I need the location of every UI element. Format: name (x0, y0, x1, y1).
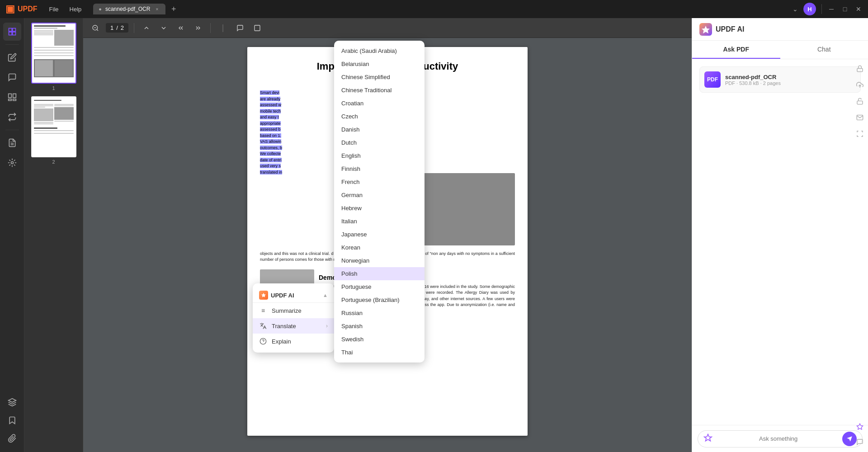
sidebar-item-ocr[interactable] (3, 134, 21, 152)
lang-finnish[interactable]: Finnish (334, 162, 425, 175)
sidebar-divider-1 (5, 44, 19, 45)
lang-czech[interactable]: Czech (334, 110, 425, 123)
toolbar-divider-1 (134, 23, 134, 33)
ai-input-wrapper (698, 430, 863, 447)
lang-dutch[interactable]: Dutch (334, 136, 425, 149)
tab-icon: ● (99, 6, 102, 12)
page-current: 1 (110, 24, 113, 31)
ai-panel: UPDF AI Ask PDF Chat PDF scanned-pdf_OCR… (692, 18, 868, 452)
nav-down-button[interactable] (157, 21, 170, 35)
lang-danish[interactable]: Danish (334, 123, 425, 136)
sidebar-item-comment[interactable] (3, 68, 21, 86)
ai-panel-tabs: Ask PDF Chat (692, 41, 868, 59)
nav-first-button[interactable] (174, 21, 188, 35)
sidebar-item-layers[interactable] (3, 393, 21, 411)
svg-rect-21 (857, 68, 863, 71)
ai-scan-icon[interactable] (854, 127, 866, 140)
sidebar-item-edit[interactable] (3, 48, 21, 66)
lang-norwegian[interactable]: Norwegian (334, 254, 425, 267)
sidebar-bottom (3, 393, 21, 447)
svg-rect-6 (8, 99, 11, 100)
svg-marker-16 (261, 293, 266, 297)
tab-close-button[interactable]: × (154, 6, 160, 12)
context-menu-logo-icon (259, 291, 268, 300)
tab-ask-pdf[interactable]: Ask PDF (692, 41, 780, 59)
summarize-icon: ≡ (259, 306, 267, 315)
lang-arabic[interactable]: Arabic (Saudi Arabia) (334, 44, 425, 57)
sidebar-item-home[interactable] (3, 23, 21, 41)
maximize-button[interactable]: □ (841, 5, 849, 13)
ai-lock-icon[interactable] (854, 62, 866, 75)
thumbnail-1-number: 1 (52, 85, 55, 91)
menu-help[interactable]: Help (65, 4, 86, 14)
thumbnail-2[interactable]: 2 (31, 96, 76, 165)
lang-english[interactable]: English (334, 149, 425, 162)
context-menu-collapse-icon[interactable]: ▲ (323, 292, 328, 298)
lang-spanish[interactable]: Spanish (334, 320, 425, 333)
lang-polish[interactable]: Polish (334, 267, 425, 280)
explain-icon (259, 337, 267, 345)
nav-last-button[interactable] (191, 21, 205, 35)
lang-italian[interactable]: Italian (334, 215, 425, 228)
ai-upload-icon[interactable] (854, 79, 866, 91)
titlebar-menu: File Help (45, 4, 86, 14)
context-menu-item-translate[interactable]: Translate › (253, 318, 334, 334)
sidebar-item-bookmark[interactable] (3, 411, 21, 429)
nav-up-button[interactable] (140, 21, 153, 35)
lang-hebrew[interactable]: Hebrew (334, 202, 425, 215)
main-layout: 1 (0, 18, 868, 452)
zoom-out-button[interactable] (89, 21, 102, 35)
menu-file[interactable]: File (45, 4, 63, 14)
lang-thai[interactable]: Thai (334, 346, 425, 359)
lang-chinese-traditional[interactable]: Chinese Traditional (334, 84, 425, 97)
context-menu-item-summarize[interactable]: ≡ Summarize (253, 303, 334, 318)
svg-marker-11 (8, 399, 16, 402)
lang-portuguese-brazilian[interactable]: Portuguese (Brazilian) (334, 293, 425, 306)
lang-chinese-simplified[interactable]: Chinese Simplified (334, 71, 425, 84)
tab-add-button[interactable]: + (167, 3, 180, 15)
svg-rect-1 (12, 28, 15, 32)
sidebar-item-attach[interactable] (3, 429, 21, 447)
lang-swedish[interactable]: Swedish (334, 333, 425, 346)
lang-german[interactable]: German (334, 188, 425, 202)
lang-japanese[interactable]: Japanese (334, 228, 425, 241)
tab-main[interactable]: ● scanned-pdf_OCR × (93, 4, 165, 14)
svg-marker-26 (857, 424, 863, 429)
tab-chat[interactable]: Chat (780, 41, 868, 59)
sidebar-item-convert[interactable] (3, 108, 21, 126)
svg-line-13 (97, 29, 98, 31)
ai-sparkle-icon[interactable] (854, 420, 866, 433)
lang-french[interactable]: French (334, 175, 425, 188)
dropdown-icon[interactable]: ⌄ (793, 5, 798, 13)
close-button[interactable]: ✕ (854, 5, 863, 13)
sidebar-divider-2 (5, 130, 19, 130)
select-button[interactable] (250, 21, 264, 35)
lang-korean[interactable]: Korean (334, 241, 425, 254)
svg-point-10 (11, 162, 13, 164)
explain-label: Explain (272, 338, 291, 345)
comment-button[interactable] (233, 21, 247, 35)
translate-label: Translate (272, 323, 296, 330)
svg-rect-2 (9, 32, 12, 35)
lang-belarusian[interactable]: Belarusian (334, 57, 425, 71)
minimize-button[interactable]: ─ (827, 5, 835, 13)
lang-russian[interactable]: Russian (334, 306, 425, 320)
tab-area: ● scanned-pdf_OCR × + (93, 3, 789, 15)
ai-panel-header: UPDF AI (692, 18, 868, 41)
sidebar-item-ai[interactable] (3, 154, 21, 172)
thumbnail-1[interactable]: 1 (31, 23, 76, 91)
ai-chat-icon[interactable] (854, 436, 866, 448)
ai-mail-icon[interactable] (854, 111, 866, 124)
ai-lock2-icon[interactable] (854, 95, 866, 108)
context-menu-item-explain[interactable]: Explain (253, 334, 334, 349)
titlebar: ▣ UPDF File Help ● scanned-pdf_OCR × + ⌄… (0, 0, 868, 18)
sidebar-item-organize[interactable] (3, 88, 21, 106)
ai-bottom-right-icons (852, 417, 868, 452)
page-total: 2 (121, 24, 124, 31)
lang-portuguese[interactable]: Portuguese (334, 280, 425, 293)
svg-rect-5 (13, 94, 16, 98)
ai-chat-input[interactable] (752, 432, 842, 446)
lang-croatian[interactable]: Croatian (334, 97, 425, 110)
icon-sidebar (0, 18, 24, 452)
user-avatar[interactable]: H (803, 3, 816, 15)
